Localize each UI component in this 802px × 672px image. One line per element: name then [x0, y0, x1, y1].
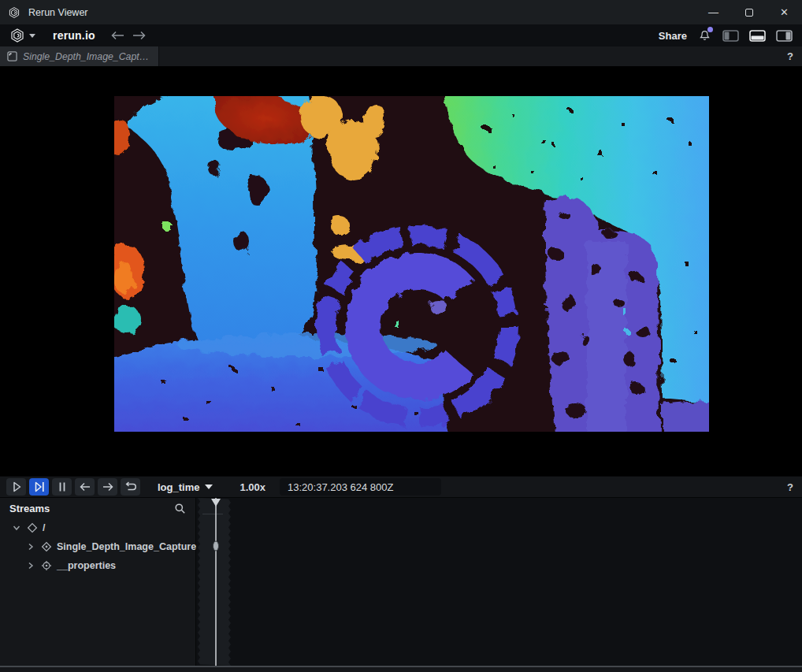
spatial-view-2d[interactable] — [0, 66, 802, 476]
maximize-button[interactable] — [731, 0, 767, 24]
window-title: Rerun Viewer — [28, 7, 88, 18]
forward-arrow-button[interactable] — [132, 31, 146, 40]
step-forward-button[interactable] — [98, 478, 117, 496]
window-bottom-edge — [0, 666, 802, 672]
time-range-band — [198, 498, 231, 666]
entity-group-icon — [27, 522, 38, 533]
back-arrow-button[interactable] — [111, 31, 124, 40]
properties-gear-icon — [41, 560, 52, 571]
notification-dot — [707, 27, 713, 32]
step-back-button[interactable] — [75, 478, 95, 496]
follow-latest-button[interactable] — [29, 478, 49, 496]
timeline-help-button[interactable]: ? — [787, 481, 793, 493]
timeline-panel: Streams — [0, 498, 802, 666]
timeline-select[interactable]: log_time — [158, 481, 213, 493]
timestamp-value: 13:20:37.203 624 800Z — [288, 481, 393, 493]
tree-row-single-depth-image-capture[interactable]: Single_Depth_Image_Capture — [0, 537, 195, 556]
share-button[interactable]: Share — [659, 30, 687, 42]
search-icon[interactable] — [174, 503, 186, 514]
maximize-icon — [745, 9, 753, 17]
depth-image — [114, 96, 709, 432]
playback-speed[interactable]: 1.00x — [239, 481, 265, 493]
tab-label: Single_Depth_Image_Capture — [23, 51, 151, 62]
timeline-name: log_time — [158, 481, 199, 493]
chevron-down-icon — [29, 34, 35, 38]
brand-label: rerun.io — [53, 29, 95, 42]
notifications-button[interactable] — [697, 28, 712, 43]
chevron-right-icon[interactable] — [25, 560, 36, 571]
pause-button[interactable] — [52, 478, 72, 496]
panel-bottom-toggle[interactable] — [749, 30, 766, 42]
tree-row-root[interactable]: / — [0, 518, 195, 537]
panel-right-toggle[interactable] — [776, 30, 793, 42]
data-event-marker[interactable] — [213, 541, 219, 551]
tab-single-depth-image-capture[interactable]: Single_Depth_Image_Capture — [0, 46, 159, 66]
tree-item-label: __properties — [57, 560, 116, 571]
spatial-view-icon — [7, 51, 17, 61]
tree-item-label: / — [43, 522, 45, 533]
tree-row-properties[interactable]: __properties — [0, 556, 195, 575]
timeline-tracks[interactable] — [196, 498, 802, 666]
rerun-viewer-window: Rerun Viewer — ✕ rerun.io — [0, 0, 802, 672]
app-menu-button[interactable] — [9, 28, 35, 43]
time-control-bar: log_time 1.00x 13:20:37.203 624 800Z ? — [0, 476, 802, 498]
rerun-logo-icon — [9, 28, 25, 43]
streams-panel-title: Streams — [9, 503, 50, 514]
menu-bar: rerun.io Share — [0, 24, 802, 46]
chevron-right-icon[interactable] — [25, 541, 36, 552]
close-button[interactable]: ✕ — [767, 0, 802, 24]
play-button[interactable] — [6, 478, 26, 496]
entity-icon — [41, 541, 52, 552]
rerun-logo-icon — [8, 6, 20, 19]
tree-item-label: Single_Depth_Image_Capture — [57, 541, 196, 552]
loop-button[interactable] — [121, 478, 140, 496]
timestamp-field[interactable]: 13:20:37.203 624 800Z — [280, 478, 441, 496]
minimize-button[interactable]: — — [696, 0, 731, 24]
chevron-down-icon[interactable] — [11, 522, 22, 533]
tab-bar: Single_Depth_Image_Capture ? — [0, 46, 802, 66]
help-button[interactable]: ? — [787, 50, 793, 62]
timeline-canvas — [196, 498, 801, 666]
streams-panel: Streams — [0, 498, 196, 666]
chevron-down-icon — [205, 485, 213, 489]
titlebar: Rerun Viewer — ✕ — [0, 0, 802, 24]
panel-left-toggle[interactable] — [722, 30, 739, 42]
